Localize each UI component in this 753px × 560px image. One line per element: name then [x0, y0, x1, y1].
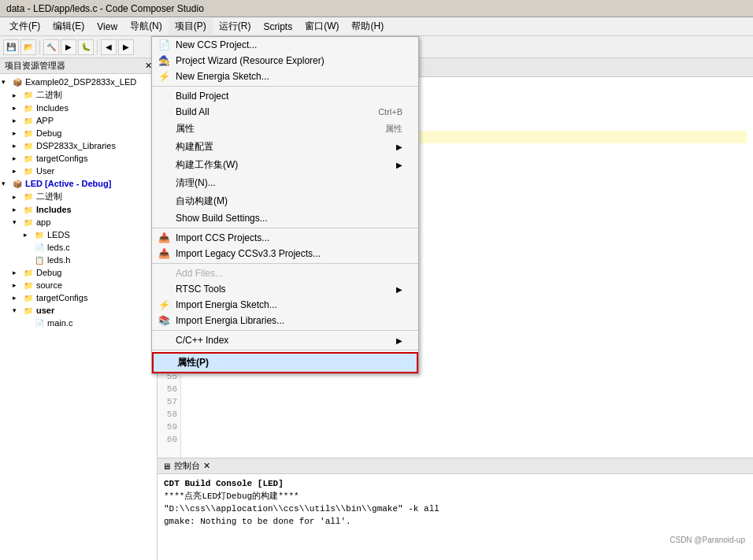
- dropdown-item-properties[interactable]: 属性(P): [152, 352, 418, 373]
- menu-item-run[interactable]: 运行(R): [213, 18, 258, 35]
- line-num-59: 59: [158, 421, 177, 433]
- dropdown-label-cindex: C/C++ Index: [176, 335, 228, 346]
- dropdown-item-import-energia-libs[interactable]: 📚Import Energia Libraries...: [152, 313, 418, 328]
- menu-item-scripts[interactable]: Scripts: [257, 20, 299, 34]
- toolbar-btn-5[interactable]: 🐛: [78, 39, 94, 55]
- tree-label-target-configs2: targetConfigs: [36, 293, 87, 302]
- tree-item-binary1[interactable]: ▸ 📁 二进制: [2, 88, 155, 102]
- tree-label-debug2: Debug: [36, 268, 61, 277]
- dropdown-label-build-workset: 构建工作集(W): [176, 158, 238, 172]
- menu-item-edit[interactable]: 编辑(E): [46, 18, 91, 35]
- dropdown-item-new-ccs[interactable]: 📄New CCS Project...: [152, 37, 418, 53]
- menu-item-view[interactable]: View: [91, 20, 124, 34]
- dropdown-item-build-config[interactable]: 构建配置▶: [152, 138, 418, 156]
- tree-item-target-configs1[interactable]: ▸ 📁 targetConfigs: [2, 152, 155, 165]
- dropdown-item-rtsc-tools[interactable]: RTSC Tools▶: [152, 281, 418, 297]
- tree-icon-debug2: 📁: [22, 267, 35, 278]
- dropdown-label-build-config: 构建配置: [176, 140, 213, 154]
- tree-item-leds-c[interactable]: 📄 leds.c: [2, 241, 155, 254]
- tree-item-user1[interactable]: ▸ 📁 User: [2, 165, 155, 177]
- tree-item-app2[interactable]: ▾ 📁 app: [2, 216, 155, 228]
- dropdown-item-build-workset[interactable]: 构建工作集(W)▶: [152, 156, 418, 174]
- tree-icon-includes1: 📁: [22, 102, 35, 113]
- tree-item-led-active[interactable]: ▾ 📦 LED [Active - Debug]: [2, 177, 155, 190]
- tree-item-debug1[interactable]: ▸ 📁 Debug: [2, 127, 155, 139]
- dropdown-item-import-legacy[interactable]: 📥Import Legacy CCSv3.3 Projects...: [152, 246, 418, 261]
- tree-arrow-binary2: ▸: [13, 193, 22, 201]
- dropdown-label-add-files: Add Files...: [176, 268, 223, 279]
- tree-icon-main-c: 📄: [33, 317, 46, 328]
- dropdown-item-import-energia-sketch[interactable]: ⚡Import Energia Sketch...: [152, 297, 418, 313]
- dropdown-label-rtsc-tools: RTSC Tools: [176, 284, 226, 295]
- tree-icon-user1: 📁: [22, 165, 35, 176]
- dropdown-label-build-all: Build All: [176, 106, 210, 117]
- tree-item-binary2[interactable]: ▸ 📁 二进制: [2, 190, 155, 203]
- tree-item-app1[interactable]: ▸ 📁 APP: [2, 114, 155, 127]
- menu-item-help[interactable]: 帮助(H): [345, 18, 390, 35]
- tree-item-main-c[interactable]: 📄 main.c: [2, 317, 155, 329]
- tree-label-example02: Example02_DSP2833x_LED: [25, 77, 136, 87]
- tree-item-includes2[interactable]: ▸ 📁 Includes: [2, 203, 155, 216]
- tree-item-debug2[interactable]: ▸ 📁 Debug: [2, 266, 155, 279]
- toolbar-sep-2: [97, 40, 98, 54]
- tree-arrow-app1: ▸: [13, 117, 22, 124]
- console-line-2: "D:\\css\\applocation\\ccs\\utils\\bin\\…: [164, 503, 747, 515]
- dropdown-item-import-ccs[interactable]: 📥Import CCS Projects...: [152, 230, 418, 246]
- dropdown-icon-import-energia-libs: 📚: [158, 315, 170, 326]
- tree-arrow-source: ▸: [13, 281, 22, 289]
- tree-item-includes1[interactable]: ▸ 📁 Includes: [2, 102, 155, 114]
- console-close[interactable]: ✕: [203, 461, 210, 471]
- toolbar-btn-7[interactable]: ▶: [118, 39, 134, 55]
- tree-label-leds-folder: LEDS: [47, 230, 70, 239]
- toolbar-sep-1: [39, 40, 40, 54]
- toolbar-btn-6[interactable]: ◀: [101, 39, 117, 55]
- tree-arrow-binary1: ▸: [13, 91, 22, 99]
- dropdown-arrow-cindex: ▶: [396, 336, 402, 345]
- tree-icon-source: 📁: [22, 280, 35, 291]
- menu-item-navigate[interactable]: 导航(N): [124, 18, 169, 35]
- tree-label-main-c: main.c: [47, 318, 72, 328]
- dropdown-arrow-build-workset: ▶: [396, 161, 402, 169]
- toolbar-btn-4[interactable]: ▶: [61, 39, 76, 55]
- dropdown-item-properties-attr[interactable]: 属性属性: [152, 120, 418, 138]
- dropdown-item-show-build[interactable]: Show Build Settings...: [152, 210, 418, 226]
- tree-icon-includes2: 📁: [22, 204, 35, 215]
- tree-item-dsp-libs[interactable]: ▸ 📁 DSP2833x_Libraries: [2, 139, 155, 152]
- menu-item-project[interactable]: 项目(P): [169, 18, 213, 35]
- dropdown-shortcut-build-all: Ctrl+B: [378, 107, 402, 117]
- dropdown-label-import-ccs: Import CCS Projects...: [176, 232, 269, 243]
- tree-item-leds-h[interactable]: 📋 leds.h: [2, 254, 155, 266]
- dropdown-item-cindex[interactable]: C/C++ Index▶: [152, 332, 418, 348]
- dropdown-sep-sep3: [152, 263, 418, 264]
- title-text: data - LED/app/leds.c - Code Composer St…: [6, 3, 204, 14]
- dropdown-item-auto-build[interactable]: 自动构建(M): [152, 192, 418, 210]
- tree-item-target-configs2[interactable]: ▸ 📁 targetConfigs: [2, 291, 155, 304]
- console-title: 控制台: [174, 460, 200, 472]
- menu-item-file[interactable]: 文件(F): [3, 18, 46, 35]
- tree-icon-debug1: 📁: [22, 128, 35, 139]
- dropdown-item-clean[interactable]: 清理(N)...: [152, 174, 418, 192]
- toolbar-btn-2[interactable]: 📂: [20, 39, 36, 55]
- tree-arrow-includes1: ▸: [13, 104, 22, 112]
- dropdown-item-project-wizard[interactable]: 🧙Project Wizard (Resource Explorer): [152, 53, 418, 69]
- tree-label-user1: User: [36, 166, 54, 176]
- dropdown-label-properties-attr: 属性: [176, 122, 195, 135]
- dropdown-label-properties: 属性(P): [177, 356, 209, 369]
- dropdown-label-import-energia-libs: Import Energia Libraries...: [176, 315, 284, 326]
- dropdown-item-build-project[interactable]: Build Project: [152, 88, 418, 104]
- tree-item-user2[interactable]: ▾ 📁 user: [2, 304, 155, 317]
- line-num-60: 60: [158, 433, 177, 446]
- tree-item-example02[interactable]: ▾ 📦 Example02_DSP2833x_LED: [2, 76, 155, 88]
- tree-icon-leds-folder: 📁: [33, 229, 46, 240]
- tree-label-leds-h: leds.h: [47, 255, 70, 265]
- dropdown-item-new-energia[interactable]: ⚡New Energia Sketch...: [152, 69, 418, 84]
- tree-item-source[interactable]: ▸ 📁 source: [2, 279, 155, 291]
- toolbar-btn-3[interactable]: 🔨: [43, 39, 59, 55]
- console-content: CDT Build Console [LED]****点亮LED灯Debug的构…: [158, 474, 753, 560]
- dropdown-item-build-all[interactable]: Build AllCtrl+B: [152, 104, 418, 120]
- tree-icon-target-configs1: 📁: [22, 153, 35, 164]
- tree-arrow-dsp-libs: ▸: [13, 142, 22, 150]
- menu-item-window[interactable]: 窗口(W): [299, 18, 345, 35]
- toolbar-btn-1[interactable]: 💾: [3, 39, 19, 55]
- tree-item-leds-folder[interactable]: ▸ 📁 LEDS: [2, 228, 155, 241]
